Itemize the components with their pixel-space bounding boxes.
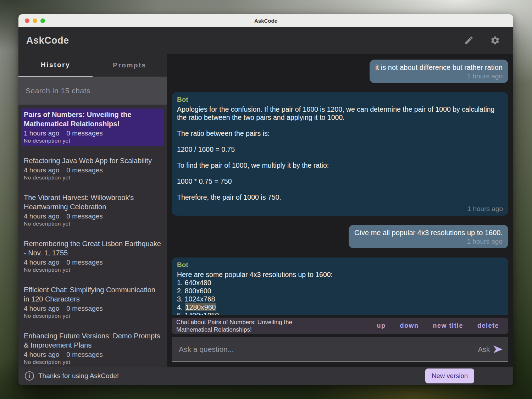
chat-description: No description yet: [24, 267, 161, 273]
tab-prompts[interactable]: Prompts: [93, 54, 167, 77]
new-version-button[interactable]: New version: [425, 368, 474, 383]
chat-list-item[interactable]: Remembering the Great Lisbon Earthquake …: [21, 238, 164, 275]
delete-button[interactable]: delete: [477, 322, 499, 329]
chat-time: 4 hours ago: [24, 305, 59, 312]
settings-gear-icon[interactable]: [490, 35, 500, 46]
content-area: History Prompts Pairs of Numbers: Unveil…: [18, 54, 513, 367]
chat-title: Pairs of Numbers: Unveiling the Mathemat…: [24, 110, 161, 128]
chat-list-item[interactable]: Refactoring Java Web App for Scalability…: [21, 155, 164, 183]
chat-panel: it is not about difference but rather ra…: [167, 54, 513, 367]
message-paragraph: To find the pair of 1000, we multiply it…: [177, 161, 503, 170]
resolution-item: 3. 1024x768: [177, 295, 503, 303]
message-paragraph: 1200 / 1600 = 0.75: [177, 145, 503, 154]
chat-description: No description yet: [24, 138, 161, 144]
user-message: it is not about difference but rather ra…: [370, 60, 508, 83]
chat-toolbar: Chat about Pairs of Numbers: Unveiling t…: [172, 318, 508, 334]
chat-title: Efficient Chat: Simplifying Communicatio…: [24, 285, 161, 304]
bot-sender-label: Bot: [177, 261, 503, 269]
minimize-window-button[interactable]: [33, 18, 37, 23]
chat-message-count: 0 messages: [66, 212, 102, 220]
chat-list-item[interactable]: Efficient Chat: Simplifying Communicatio…: [21, 284, 164, 321]
message-paragraph: The ratio between the pairs is:: [177, 129, 503, 138]
ask-input-row: Ask: [172, 337, 508, 362]
chat-message-count: 0 messages: [66, 259, 102, 266]
window-title: AskCode: [254, 18, 277, 24]
chat-meta: 4 hours ago 0 messages: [24, 351, 161, 359]
chat-message-count: 0 messages: [66, 305, 102, 312]
resolution-item: 5. 1400x1050: [177, 311, 503, 315]
chat-meta: 4 hours ago 0 messages: [24, 166, 161, 174]
chat-description: No description yet: [24, 313, 161, 319]
ask-button[interactable]: Ask: [478, 345, 503, 354]
chat-message-count: 0 messages: [66, 166, 102, 174]
bot-sender-label: Bot: [177, 96, 503, 104]
question-input[interactable]: [179, 345, 478, 354]
traffic-lights: [25, 14, 45, 27]
sidebar: History Prompts Pairs of Numbers: Unveil…: [18, 54, 167, 367]
message-paragraph: 1000 * 0.75 = 750: [177, 177, 503, 185]
chat-title: Refactoring Java Web App for Scalability: [24, 156, 161, 165]
chat-description: No description yet: [24, 174, 161, 181]
chat-list-item[interactable]: Pairs of Numbers: Unveiling the Mathemat…: [21, 109, 164, 146]
chat-time: 1 hours ago: [24, 129, 59, 137]
message-text: it is not about difference but rather ra…: [375, 63, 503, 71]
chat-title: Enhancing Future Versions: Demo Prompts …: [24, 331, 161, 350]
chat-meta: 4 hours ago 0 messages: [24, 259, 161, 266]
message-text: Give me all popular 4x3 resolutions up t…: [354, 229, 503, 237]
edit-pencil-icon[interactable]: [464, 35, 474, 46]
app-header: AskCode: [18, 27, 513, 54]
tab-history[interactable]: History: [18, 54, 93, 77]
resolution-item: 2. 800x600: [177, 287, 503, 295]
toolbar-actions: up down new title delete: [377, 322, 499, 329]
chat-list-item[interactable]: Enhancing Future Versions: Demo Prompts …: [21, 330, 164, 367]
message-paragraph: Here are some popular 4x3 resolutions up…: [177, 271, 503, 279]
user-message: Give me all popular 4x3 resolutions up t…: [349, 225, 508, 248]
message-timestamp: 1 hours ago: [354, 238, 503, 245]
titlebar: AskCode: [18, 14, 513, 27]
app-title: AskCode: [26, 35, 69, 46]
chat-description: No description yet: [24, 359, 161, 365]
chat-history-list: Pairs of Numbers: Unveiling the Mathemat…: [18, 105, 167, 367]
chat-title: Remembering the Great Lisbon Earthquake …: [24, 239, 161, 257]
chat-description: No description yet: [24, 221, 161, 227]
footer-message: Thanks for using AskCode!: [38, 372, 119, 380]
chat-title: The Vibrant Harvest: Willowbrook's Heart…: [24, 193, 161, 211]
new-title-button[interactable]: new title: [433, 322, 463, 329]
app-window: AskCode AskCode History Prompts: [18, 14, 513, 385]
chat-meta: 4 hours ago 0 messages: [24, 212, 161, 220]
bot-message: Bot Here are some popular 4x3 resolution…: [172, 257, 508, 315]
message-paragraph: Therefore, the pair of 1000 is 750.: [177, 193, 503, 201]
chat-time: 4 hours ago: [24, 212, 59, 220]
header-actions: [464, 35, 500, 46]
resolution-item: 4. 1280x960: [177, 303, 503, 311]
chat-time: 4 hours ago: [24, 351, 59, 359]
resolution-item: 1. 640x480: [177, 279, 503, 287]
resolution-item-prefix: 4.: [177, 303, 185, 311]
resolution-list: 1. 640x480 2. 800x600 3. 1024x768 4. 128…: [177, 279, 503, 315]
close-window-button[interactable]: [25, 18, 29, 23]
chat-time: 4 hours ago: [24, 259, 59, 266]
chat-toolbar-title: Chat about Pairs of Numbers: Unveiling t…: [176, 318, 325, 333]
search-input[interactable]: [18, 77, 167, 105]
sidebar-tabs: History Prompts: [18, 54, 167, 77]
highlighted-text: 1280x960: [185, 303, 217, 311]
message-list: it is not about difference but rather ra…: [167, 54, 513, 315]
chat-meta: 4 hours ago 0 messages: [24, 305, 161, 312]
info-icon: i: [25, 371, 34, 381]
message-paragraph: Apologies for the confusion. If the pair…: [177, 105, 503, 122]
down-button[interactable]: down: [400, 322, 419, 329]
bot-message: Bot Apologies for the confusion. If the …: [172, 92, 508, 216]
chat-message-count: 0 messages: [66, 351, 102, 359]
chat-time: 4 hours ago: [24, 166, 59, 174]
chat-meta: 1 hours ago 0 messages: [24, 129, 161, 137]
chat-message-count: 0 messages: [66, 129, 102, 137]
zoom-window-button[interactable]: [40, 18, 45, 23]
search-bar: [18, 77, 167, 105]
app-footer: i Thanks for using AskCode! New version: [18, 367, 513, 385]
send-arrow-icon: [493, 345, 503, 354]
message-timestamp: 1 hours ago: [177, 205, 503, 213]
up-button[interactable]: up: [377, 322, 386, 329]
ask-button-label: Ask: [478, 345, 490, 354]
chat-list-item[interactable]: The Vibrant Harvest: Willowbrook's Heart…: [21, 192, 164, 229]
message-timestamp: 1 hours ago: [375, 72, 503, 80]
